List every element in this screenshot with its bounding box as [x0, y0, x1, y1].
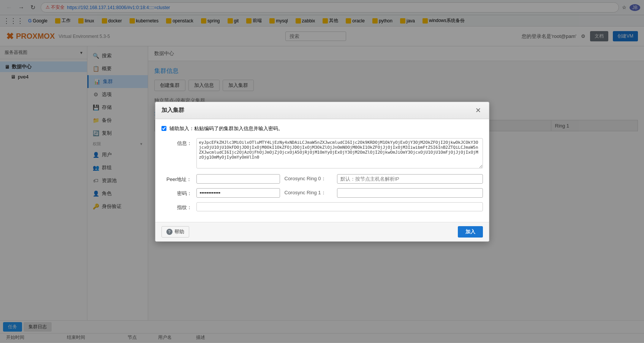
ring1-label: Corosync Ring 1： [285, 189, 334, 196]
fingerprint-input[interactable]: 76:99:A3:1A:F2:6C:71:09:4C:35:F2:11:67:3… [196, 202, 483, 211]
password-label: 密码： [161, 188, 192, 197]
password-control [196, 188, 280, 198]
join-cluster-dialog: 加入集群 ✕ 辅助加入：粘贴编码了的集群加入信息并输入密码。 信息： eyJpc… [155, 102, 489, 242]
info-form-row: 信息： eyJpcEFkZHJlc3MiOilxOTluMTY4LjEzNy4x… [161, 138, 483, 170]
help-icon: ? [166, 229, 172, 235]
dialog-body: 辅助加入：粘贴编码了的集群加入信息并输入密码。 信息： eyJpcEFkZHJl… [155, 119, 489, 222]
dialog-title: 加入集群 [161, 107, 184, 114]
fingerprint-control: 76:99:A3:1A:F2:6C:71:09:4C:35:F2:11:67:3… [196, 202, 483, 211]
ring0-group: Corosync Ring 0： [285, 174, 483, 184]
ring0-label: Corosync Ring 0： [285, 175, 334, 182]
info-textarea-wrap: eyJpcEFkZHJlc3MiOilxOTluMTY4LjEzNy4xNDAi… [196, 138, 483, 170]
dialog-header: 加入集群 ✕ [155, 102, 489, 119]
peer-ring0-row: Peer地址： 192.168.137.140 Corosync Ring 0： [161, 174, 483, 184]
join-button[interactable]: 加入 [458, 226, 483, 238]
info-label: 信息： [161, 138, 192, 147]
ring1-group: Corosync Ring 1： [285, 188, 483, 198]
assist-checkbox[interactable] [161, 126, 166, 131]
assist-checkbox-row: 辅助加入：粘贴编码了的集群加入信息并输入密码。 [161, 125, 483, 132]
peer-input[interactable]: 192.168.137.140 [196, 174, 280, 184]
dialog-footer: ? 帮助 加入 [155, 222, 489, 241]
dialog-close-button[interactable]: ✕ [474, 106, 483, 115]
peer-label: Peer地址： [161, 174, 192, 183]
assist-label: 辅助加入：粘贴编码了的集群加入信息并输入密码。 [169, 125, 283, 132]
ring1-input[interactable] [337, 188, 483, 198]
ring0-input[interactable] [337, 174, 483, 184]
peer-control: 192.168.137.140 [196, 174, 280, 184]
help-label: 帮助 [174, 228, 184, 235]
info-textarea[interactable]: eyJpcEFkZHJlc3MiOilxOTluMTY4LjEzNy4xNDAi… [196, 138, 483, 168]
fingerprint-label: 指纹： [161, 202, 192, 211]
password-input[interactable] [196, 188, 280, 198]
dialog-overlay: 加入集群 ✕ 辅助加入：粘贴编码了的集群加入信息并输入密码。 信息： eyJpc… [0, 0, 644, 343]
password-ring1-row: 密码： Corosync Ring 1： [161, 188, 483, 198]
fingerprint-row: 指纹： 76:99:A3:1A:F2:6C:71:09:4C:35:F2:11:… [161, 202, 483, 211]
help-button[interactable]: ? 帮助 [161, 226, 189, 238]
